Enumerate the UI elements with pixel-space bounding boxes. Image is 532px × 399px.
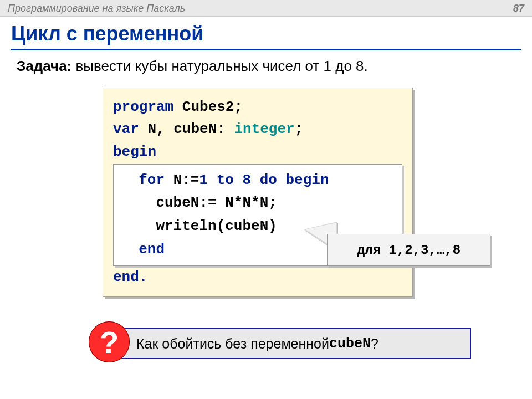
literal-8: 8 [242,172,251,188]
prog-name: Cubes2; [173,99,243,115]
question-mark-icon: ? [89,321,130,362]
question-text-post: ? [371,336,378,352]
kw-end-inner: end [121,241,165,258]
kw-end: end. [113,269,147,285]
kw-to: to [208,172,242,188]
code-line-assign: cubeN:= N*N*N; [121,192,394,215]
kw-integer: integer [234,121,294,137]
kw-var: var [113,121,139,137]
page-number: 87 [513,0,524,17]
var-end: ; [295,121,304,137]
topbar: Программирование на языке Паскаль 87 [0,0,532,17]
indent [121,172,139,188]
task-statement: Задача: вывести кубы натуральных чисел о… [17,58,515,75]
kw-begin: begin [113,144,156,160]
task-label: Задача: [17,58,71,74]
question-text-pre: Как обойтись без переменной [136,336,329,352]
question-code: cubeN [329,336,371,352]
kw-do-begin: do begin [251,172,329,188]
question-bar: Как обойтись без переменной cubeN ? [105,328,471,359]
for-mid1: N:= [165,172,199,188]
doc-title: Программирование на языке Паскаль [8,0,185,17]
var-decl: N, cubeN: [139,121,234,137]
slide: Программирование на языке Паскаль 87 Цик… [0,0,532,399]
kw-program: program [113,99,173,115]
task-text: вывести кубы натуральных чисел от 1 до 8… [71,58,368,74]
page-title: Цикл с переменной [11,22,521,50]
kw-for: for [139,172,165,188]
literal-1: 1 [199,172,208,188]
callout-bubble: для 1,2,3,…,8 [327,234,490,266]
